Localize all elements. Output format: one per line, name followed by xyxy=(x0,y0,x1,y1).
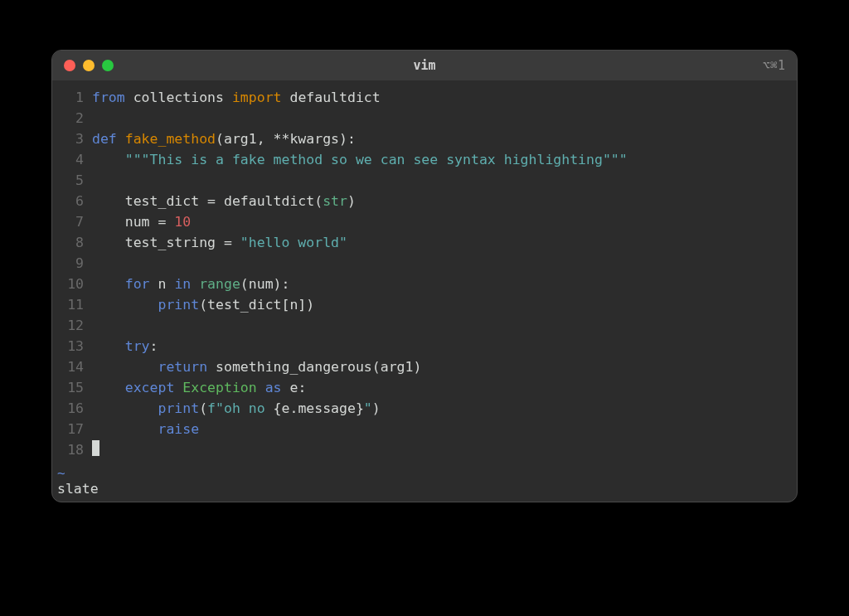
cursor-icon xyxy=(92,440,99,456)
code-content[interactable]: test_dict = defaultdict(str) xyxy=(92,191,356,211)
code-line[interactable]: 10 for n in range(num): xyxy=(52,274,797,294)
token-punc: (test_dict[n]) xyxy=(199,297,314,313)
line-number: 5 xyxy=(52,170,92,191)
code-content[interactable]: print(f"oh no {e.message}") xyxy=(92,398,381,419)
token-kw: as xyxy=(265,380,282,395)
token-punc xyxy=(92,297,158,313)
code-line[interactable]: 2 xyxy=(52,108,797,129)
code-line[interactable]: 11 print(test_dict[n]) xyxy=(52,294,797,315)
code-content[interactable]: return something_dangerous(arg1) xyxy=(92,357,421,377)
token-punc xyxy=(92,421,158,437)
code-content[interactable]: from collections import defaultdict xyxy=(92,87,381,108)
token-punc: ( xyxy=(199,400,207,416)
token-punc: test_dict = defaultdict( xyxy=(92,193,323,209)
token-num: 10 xyxy=(174,214,191,230)
code-line[interactable]: 6 test_dict = defaultdict(str) xyxy=(52,191,797,211)
minimize-icon[interactable] xyxy=(83,60,95,71)
code-content[interactable]: except Exception as e: xyxy=(92,377,306,398)
editor-viewport[interactable]: 1from collections import defaultdict23de… xyxy=(52,80,797,465)
empty-line-tilde: ~ xyxy=(52,465,797,481)
window-title: vim xyxy=(52,58,797,73)
token-punc xyxy=(92,380,125,395)
traffic-lights xyxy=(64,60,114,71)
token-punc: {e.message} xyxy=(274,400,364,416)
token-punc: test_string = xyxy=(92,235,240,250)
line-number: 11 xyxy=(52,294,92,315)
code-line[interactable]: 17 raise xyxy=(52,419,797,439)
token-builtin: str xyxy=(323,193,347,209)
code-line[interactable]: 8 test_string = "hello world" xyxy=(52,232,797,253)
status-line: slate xyxy=(52,481,797,502)
token-builtin: range xyxy=(199,276,240,292)
line-number: 7 xyxy=(52,211,92,232)
token-punc: something_dangerous(arg1) xyxy=(207,359,421,375)
terminal-window: vim ⌥⌘1 1from collections import default… xyxy=(51,50,798,502)
token-code: collections xyxy=(133,90,224,105)
code-content[interactable]: test_string = "hello world" xyxy=(92,232,347,253)
code-line[interactable]: 18 xyxy=(52,439,797,460)
code-content[interactable]: raise xyxy=(92,419,199,439)
zoom-icon[interactable] xyxy=(102,60,114,71)
token-punc xyxy=(125,90,133,105)
code-line[interactable]: 14 return something_dangerous(arg1) xyxy=(52,357,797,377)
token-punc xyxy=(191,276,199,292)
code-line[interactable]: 9 xyxy=(52,253,797,274)
code-line[interactable]: 13 try: xyxy=(52,336,797,357)
code-line[interactable]: 12 xyxy=(52,315,797,336)
line-number: 12 xyxy=(52,315,92,336)
token-punc xyxy=(174,380,182,395)
token-punc xyxy=(92,400,158,416)
token-punc: (num): xyxy=(240,276,290,292)
code-content[interactable]: def fake_method(arg1, **kwargs): xyxy=(92,129,356,149)
line-number: 18 xyxy=(52,439,92,460)
token-punc: (arg1, **kwargs): xyxy=(216,131,356,147)
line-number: 16 xyxy=(52,398,92,419)
token-def: fake_method xyxy=(125,131,216,147)
token-kw: except xyxy=(125,380,175,395)
token-kw: from xyxy=(92,90,125,105)
code-line[interactable]: 3def fake_method(arg1, **kwargs): xyxy=(52,129,797,149)
token-incl: import xyxy=(232,90,282,105)
token-kw: print xyxy=(158,400,199,416)
token-punc: ) xyxy=(372,400,381,416)
line-number: 2 xyxy=(52,108,92,129)
token-kw: in xyxy=(174,276,191,292)
code-line[interactable]: 5 xyxy=(52,170,797,191)
line-number: 9 xyxy=(52,253,92,274)
token-punc xyxy=(92,359,158,375)
code-line[interactable]: 15 except Exception as e: xyxy=(52,377,797,398)
token-str: """This is a fake method so we can see s… xyxy=(125,152,628,167)
token-punc: e: xyxy=(282,380,307,395)
token-punc xyxy=(117,131,125,147)
token-punc xyxy=(257,380,265,395)
token-kw: for xyxy=(125,276,150,292)
token-punc xyxy=(224,90,232,105)
code-content[interactable]: print(test_dict[n]) xyxy=(92,294,314,315)
line-number: 17 xyxy=(52,419,92,439)
code-content[interactable]: for n in range(num): xyxy=(92,274,289,294)
token-kw: try xyxy=(125,338,150,354)
code-line[interactable]: 7 num = 10 xyxy=(52,211,797,232)
code-content[interactable]: """This is a fake method so we can see s… xyxy=(92,149,628,170)
code-content[interactable]: try: xyxy=(92,336,158,357)
token-punc xyxy=(282,90,290,105)
code-line[interactable]: 1from collections import defaultdict xyxy=(52,87,797,108)
token-punc: ) xyxy=(347,193,356,209)
token-punc: n xyxy=(150,276,175,292)
line-number: 4 xyxy=(52,149,92,170)
token-kw: raise xyxy=(158,421,199,437)
line-number: 13 xyxy=(52,336,92,357)
token-type: Exception xyxy=(182,380,256,395)
code-content[interactable] xyxy=(92,439,99,460)
titlebar: vim ⌥⌘1 xyxy=(52,51,797,80)
token-kw: def xyxy=(92,131,117,147)
code-content[interactable]: num = 10 xyxy=(92,211,191,232)
line-number: 8 xyxy=(52,232,92,253)
window-shortcut-indicator: ⌥⌘1 xyxy=(763,58,785,73)
code-line[interactable]: 16 print(f"oh no {e.message}") xyxy=(52,398,797,419)
line-number: 10 xyxy=(52,274,92,294)
code-line[interactable]: 4 """This is a fake method so we can see… xyxy=(52,149,797,170)
close-icon[interactable] xyxy=(64,60,75,71)
token-punc xyxy=(92,276,125,292)
line-number: 3 xyxy=(52,129,92,149)
